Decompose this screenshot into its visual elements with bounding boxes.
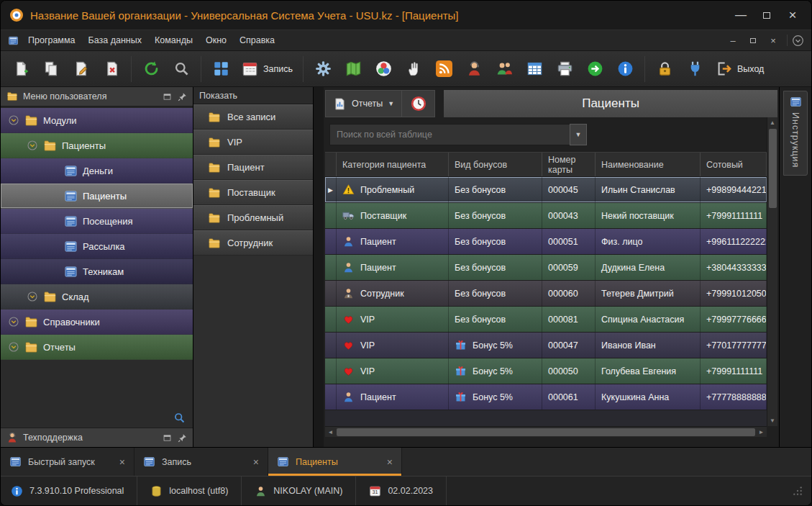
mdi-restore-button[interactable]: [744, 33, 762, 48]
table-view-button[interactable]: [520, 55, 549, 83]
scroll-right-icon[interactable]: ►: [756, 427, 767, 438]
rss-button[interactable]: [429, 55, 458, 83]
minimize-button[interactable]: —: [728, 6, 754, 24]
scroll-up-icon[interactable]: ▲: [767, 117, 778, 128]
table-row[interactable]: ПациентБез бонусов000059Дудкина Елена+38…: [325, 255, 767, 281]
new-record-button[interactable]: [6, 55, 35, 83]
table-row[interactable]: ПациентБез бонусов000051Физ. лицо+996111…: [325, 229, 767, 255]
table-column-header[interactable]: Номер карты: [542, 153, 596, 176]
statusbar: 7.3.910.10 Professionallocalhost (utf8)N…: [1, 476, 811, 505]
filter-item[interactable]: Поставщик: [193, 180, 313, 205]
table-column-header[interactable]: Наименование: [596, 153, 701, 176]
tab-close-icon[interactable]: ×: [253, 456, 259, 468]
resize-grip-icon[interactable]: [793, 486, 803, 496]
tab-close-icon[interactable]: ×: [119, 456, 125, 468]
refresh-button[interactable]: [137, 55, 165, 83]
search-button[interactable]: [167, 55, 196, 83]
close-button[interactable]: ×: [780, 6, 806, 24]
table-row[interactable]: VIPБез бонусов000081Спицина Анастасия+79…: [325, 307, 767, 333]
tree-item[interactable]: Справочники: [1, 310, 193, 335]
settings-button[interactable]: [309, 55, 337, 83]
tab-instruction[interactable]: Инструкция: [783, 91, 808, 176]
search-dropdown-button[interactable]: ▼: [570, 124, 587, 145]
tab-close-icon[interactable]: ×: [387, 456, 393, 468]
mdi-close-button[interactable]: ×: [764, 33, 783, 48]
edit-record-button[interactable]: [67, 55, 96, 83]
vertical-scroll-thumb[interactable]: [769, 129, 777, 208]
delete-record-button[interactable]: [97, 55, 126, 83]
pin-icon[interactable]: [178, 433, 187, 443]
bottom-tab[interactable]: Запись×: [134, 448, 268, 476]
menubar-item[interactable]: Справка: [233, 32, 281, 48]
collapse-icon[interactable]: [163, 433, 172, 443]
horizontal-scroll-thumb[interactable]: [337, 428, 755, 436]
tree-item-label: Пациенты: [83, 191, 127, 202]
menu-items: ПрограммаБаза данныхКомандыОкноСправка: [22, 32, 281, 48]
map-button[interactable]: [339, 55, 368, 83]
bottom-tab[interactable]: Пациенты×: [268, 448, 402, 476]
tree-search-icon[interactable]: [173, 412, 186, 424]
vertical-scrollbar[interactable]: ▲ ▼: [767, 117, 777, 426]
filter-item-label: Проблемный: [227, 212, 283, 223]
cell-bonus: Без бонусов: [455, 263, 506, 273]
tree-item[interactable]: Модули: [1, 108, 193, 133]
colors-button[interactable]: [369, 55, 398, 83]
operator-button[interactable]: [460, 55, 488, 83]
print-button[interactable]: [550, 55, 579, 83]
table-row[interactable]: VIPБонус 5%000050Голубева Евгения+799911…: [325, 358, 767, 384]
exit-button[interactable]: Выход: [711, 55, 769, 83]
filter-item[interactable]: Проблемный: [193, 205, 313, 230]
tree-item[interactable]: Техникам: [1, 259, 193, 284]
tree-item[interactable]: Рассылка: [1, 234, 193, 259]
menubar-item[interactable]: База данных: [82, 32, 148, 48]
appointment-button[interactable]: Запись: [237, 55, 298, 83]
table-column-header[interactable]: Сотовый: [701, 153, 767, 176]
about-button[interactable]: [611, 55, 639, 83]
horizontal-scrollbar[interactable]: ◄ ►: [325, 426, 767, 437]
pin-icon[interactable]: [178, 92, 187, 101]
menubar-item[interactable]: Окно: [199, 32, 233, 48]
separator: [787, 35, 788, 46]
tree-item[interactable]: Склад: [1, 284, 193, 310]
table-column-header[interactable]: Категория пациента: [337, 153, 449, 176]
tree-item[interactable]: Деньги: [1, 158, 193, 184]
tiles-view-button[interactable]: [206, 55, 235, 83]
run-button[interactable]: [580, 55, 609, 83]
copy-record-button[interactable]: [37, 55, 65, 83]
lock-icon: [657, 60, 673, 77]
users-button[interactable]: [490, 55, 519, 83]
search-input[interactable]: [329, 124, 570, 145]
tree-item[interactable]: Пациенты: [1, 133, 193, 158]
lock-button[interactable]: [650, 55, 679, 83]
scroll-left-icon[interactable]: ◄: [325, 427, 336, 438]
tree-item[interactable]: Отчеты: [1, 335, 193, 360]
support-bar[interactable]: Техподдержка: [1, 428, 193, 447]
menubar-item[interactable]: Команды: [148, 32, 199, 48]
filter-item[interactable]: Пациент: [193, 155, 313, 180]
bottom-tab[interactable]: Быстрый запуск×: [1, 448, 134, 476]
tree-item[interactable]: Пациенты: [1, 184, 193, 209]
filter-item[interactable]: Сотрудник: [193, 230, 313, 256]
reports-button[interactable]: Отчеты ▼: [325, 90, 402, 117]
table-row[interactable]: ПациентБонус 5%000061Кукушкина Анна+7777…: [325, 384, 767, 410]
mdi-minimize-button[interactable]: –: [724, 33, 742, 48]
window-position-icon[interactable]: [163, 92, 172, 101]
table-column-header[interactable]: Вид бонусов: [449, 153, 542, 176]
table-row[interactable]: VIPБонус 5%000047Иванов Иван+77017777777: [325, 333, 767, 358]
scroll-down-icon[interactable]: ▼: [767, 415, 778, 426]
panel-splitter[interactable]: [314, 87, 324, 447]
filter-item[interactable]: VIP: [193, 130, 313, 155]
table-row[interactable]: СотрудникБез бонусов000060Тетерев Дмитри…: [325, 281, 767, 307]
maximize-button[interactable]: [754, 6, 780, 24]
table-row[interactable]: ПоставщикБез бонусов000043Некий поставщи…: [325, 203, 767, 229]
hand-tool-button[interactable]: [399, 55, 428, 83]
plugin-button[interactable]: [680, 55, 709, 83]
row-gutter: [325, 281, 337, 306]
menubar-item[interactable]: Программа: [22, 32, 82, 48]
person-blue-icon: [342, 391, 355, 403]
filter-item[interactable]: Все записи: [193, 104, 313, 130]
toolbar-options-icon[interactable]: [792, 35, 804, 47]
tree-item[interactable]: Посещения: [1, 209, 193, 234]
schedule-button[interactable]: [402, 90, 435, 117]
table-row[interactable]: ▶ПроблемныйБез бонусов000045Ильин Станис…: [325, 177, 767, 203]
